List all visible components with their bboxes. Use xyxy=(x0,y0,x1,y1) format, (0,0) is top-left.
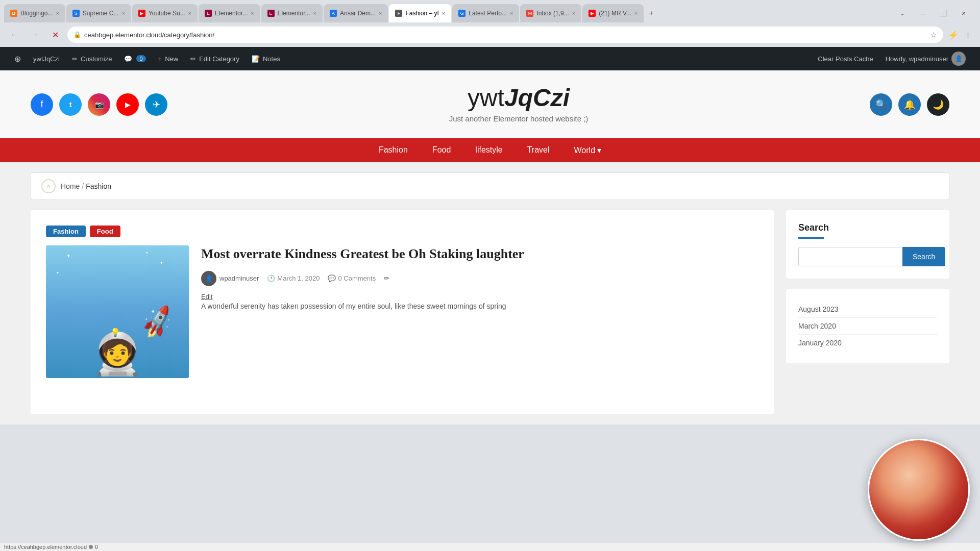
nav-item-travel[interactable]: Travel xyxy=(515,138,562,162)
edit-icon: ✏ xyxy=(190,55,196,63)
wp-notes-item[interactable]: 📝 Notes xyxy=(246,47,286,70)
clear-posts-cache-item[interactable]: Clear Posts Cache xyxy=(812,47,879,70)
tab-inbox[interactable]: M Inbox (1,9... × xyxy=(520,4,581,22)
back-button[interactable]: ← xyxy=(6,27,22,43)
minimize-button[interactable]: — xyxy=(915,5,931,21)
breadcrumb-separator: / xyxy=(82,182,84,190)
tag-fashion[interactable]: Fashion xyxy=(46,226,86,237)
post-date: 🕐 March 1, 2020 xyxy=(267,274,320,282)
twitter-icon[interactable]: t xyxy=(59,93,82,116)
breadcrumb-home-icon: ⌂ xyxy=(41,179,56,193)
tab-youtube[interactable]: ▶ Youtube Su... × xyxy=(132,4,198,22)
site-tagline: Just another Elementor hosted website ;) xyxy=(449,114,589,123)
search-tabs-button[interactable]: ⌄ xyxy=(894,5,911,21)
tab-favicon: A xyxy=(330,10,337,17)
nav-item-fashion[interactable]: Fashion xyxy=(366,138,420,162)
status-dot xyxy=(89,545,93,549)
nav-item-food[interactable]: Food xyxy=(420,138,463,162)
forward-button[interactable]: → xyxy=(27,27,43,43)
howdy-label: Howdy, wpadminuser xyxy=(886,55,948,63)
date-text: March 1, 2020 xyxy=(277,274,320,282)
tab-favicon: E xyxy=(205,10,212,17)
nav-link-travel[interactable]: Travel xyxy=(515,138,562,162)
wp-site-name-item[interactable]: ywtJqCzi xyxy=(27,47,66,70)
tab-close-icon[interactable]: × xyxy=(572,10,575,16)
nav-link-food[interactable]: Food xyxy=(420,138,463,162)
nav-label-food: Food xyxy=(432,145,451,155)
nav-link-lifestyle[interactable]: lifestyle xyxy=(463,138,514,162)
tab-close-icon[interactable]: × xyxy=(442,10,445,16)
tab-close-icon[interactable]: × xyxy=(251,10,254,16)
wp-new-item[interactable]: + New xyxy=(152,47,185,70)
tab-fashion[interactable]: F Fashion – yI × xyxy=(389,4,451,22)
customize-icon: ✏ xyxy=(72,55,78,63)
search-header-icon[interactable]: 🔍 xyxy=(870,93,892,116)
wp-customize-item[interactable]: ✏ Customize xyxy=(66,47,118,70)
nav-link-fashion[interactable]: Fashion xyxy=(366,138,420,162)
restore-button[interactable]: ⬜ xyxy=(935,5,951,21)
comment-icon: 💬 xyxy=(328,274,336,282)
edit-link[interactable]: Edit xyxy=(201,293,212,300)
tab-elementor1[interactable]: E Elementor... × xyxy=(199,4,260,22)
tab-close-icon[interactable]: × xyxy=(313,10,316,16)
search-button[interactable]: Search xyxy=(902,247,945,266)
notification-icon[interactable]: 🔔 xyxy=(898,93,921,116)
tab-favicon: E xyxy=(267,10,275,17)
tab-close-icon[interactable]: × xyxy=(188,10,191,16)
tab-close-icon[interactable]: × xyxy=(122,10,125,16)
star-1: ✦ xyxy=(66,253,70,259)
tab-label: Supreme C... xyxy=(83,10,119,17)
dark-mode-icon[interactable]: 🌙 xyxy=(927,93,949,116)
nav-item-lifestyle[interactable]: lifestyle xyxy=(463,138,514,162)
wp-admin-bar: ⊕ ywtJqCzi ✏ Customize 💬 0 + New ✏ Edit … xyxy=(0,47,980,70)
nav-label-lifestyle: lifestyle xyxy=(475,145,502,155)
breadcrumb-home-link[interactable]: Home xyxy=(61,182,80,190)
close-button[interactable]: × xyxy=(955,5,972,21)
archive-item-jan2020[interactable]: January 2020 xyxy=(798,335,937,351)
browser-window: B Bloggingo... × S Supreme C... × ▶ Yout… xyxy=(0,0,980,551)
main-layout: Fashion Food ✦ ✦ ★ xyxy=(31,210,949,414)
post-image: ✦ ✦ ★ ✦ 🚀 🧑‍🚀 💡 xyxy=(46,245,189,378)
youtube-icon[interactable]: ▶ xyxy=(116,93,139,116)
nav-label-travel: Travel xyxy=(527,145,550,155)
tab-supreme[interactable]: S Supreme C... × xyxy=(66,4,131,22)
nav-item-world[interactable]: World ▾ xyxy=(562,138,614,162)
bookmark-icon[interactable]: ☆ xyxy=(930,31,937,39)
instagram-icon[interactable]: 📷 xyxy=(88,93,110,116)
facebook-icon[interactable]: f xyxy=(31,93,53,116)
tab-mr-v[interactable]: ▶ (21) MR V... × xyxy=(582,4,644,22)
reload-button[interactable]: ✕ xyxy=(47,27,63,43)
howdy-item[interactable]: Howdy, wpadminuser 👤 xyxy=(879,47,972,70)
search-input[interactable] xyxy=(798,247,902,266)
search-widget: Search Search xyxy=(786,210,949,279)
telegram-icon[interactable]: ✈ xyxy=(145,93,167,116)
tab-close-icon[interactable]: × xyxy=(56,10,59,16)
tab-close-icon[interactable]: × xyxy=(510,10,513,16)
site-header: f t 📷 ▶ ✈ ywtJqCzi Just another Elemento… xyxy=(0,70,980,138)
extensions-icon[interactable]: ⚡ xyxy=(947,29,960,41)
sidebar: Search Search August 2023 March 2020 Jan… xyxy=(786,210,949,414)
wp-logo-item[interactable]: ⊕ xyxy=(8,47,27,70)
wp-comments-item[interactable]: 💬 0 xyxy=(118,47,152,70)
tab-elementor2[interactable]: E Elementor... × xyxy=(261,4,323,22)
archive-item-mar2020[interactable]: March 2020 xyxy=(798,318,937,335)
nav-link-world[interactable]: World ▾ xyxy=(562,138,614,162)
edit-link-wrapper: Edit xyxy=(201,292,758,300)
breadcrumb-bar: ⌂ Home / Fashion xyxy=(31,172,949,200)
website-content: f t 📷 ▶ ✈ ywtJqCzi Just another Elemento… xyxy=(0,70,980,424)
settings-icon[interactable]: ⋮ xyxy=(962,29,974,41)
tab-close-icon[interactable]: × xyxy=(634,10,638,16)
tab-bloggingo[interactable]: B Bloggingo... × xyxy=(4,4,65,22)
wp-edit-category-item[interactable]: ✏ Edit Category xyxy=(184,47,246,70)
tab-latest-perf[interactable]: G Latest Perfo... × xyxy=(452,4,519,22)
tab-favicon: B xyxy=(10,10,17,17)
address-bar[interactable]: 🔒 ceahbgep.elementor.cloud/category/fash… xyxy=(67,27,943,43)
archive-item-aug2023[interactable]: August 2023 xyxy=(798,301,937,318)
new-label: New xyxy=(165,55,178,63)
post-title: Most overrate Kindness Greatest be Oh St… xyxy=(201,245,758,263)
tag-food[interactable]: Food xyxy=(90,226,120,237)
new-tab-button[interactable]: + xyxy=(645,7,657,20)
tab-ansar[interactable]: A Ansar Dem... × xyxy=(324,4,388,22)
post-details: Most overrate Kindness Greatest be Oh St… xyxy=(201,245,758,378)
tab-close-icon[interactable]: × xyxy=(379,10,382,16)
